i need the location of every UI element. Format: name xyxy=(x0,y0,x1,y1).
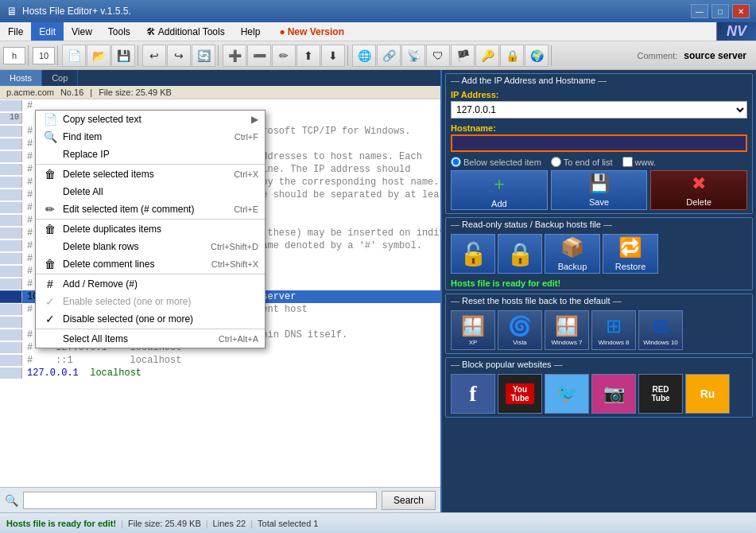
tb-open[interactable]: 📂 xyxy=(87,45,110,67)
block-redtube-button[interactable]: REDTube xyxy=(638,374,683,414)
window-controls: — □ ✕ xyxy=(691,4,750,18)
edit-status: Hosts file is ready for edit! xyxy=(446,277,752,290)
maximize-button[interactable]: □ xyxy=(711,4,729,18)
cm-sep-3 xyxy=(36,274,265,274)
file-info: p.acme.com No.16 | File size: 25.49 KB xyxy=(0,86,440,99)
tb-add[interactable]: ➕ xyxy=(223,45,246,67)
menu-new-version[interactable]: New Version xyxy=(271,22,352,41)
context-menu: 📄 Copy selected text ▶ 🔍 Find item Ctrl+… xyxy=(35,110,266,348)
cm-find-item[interactable]: 🔍 Find item Ctrl+F xyxy=(36,128,265,146)
delete-button[interactable]: ✖ Delete xyxy=(650,170,747,210)
menu-tools[interactable]: Tools xyxy=(100,22,138,41)
menu-edit[interactable]: Edit xyxy=(31,22,64,41)
tb-up[interactable]: ⬆ xyxy=(297,45,320,67)
lock-buttons: 🔓 🔒 📦 Backup 🔁 Restore xyxy=(446,231,752,277)
os-8-button[interactable]: ⊞ Windows 8 xyxy=(591,310,636,350)
hostname-input[interactable] xyxy=(451,134,747,152)
cm-enable-selected: ✓ Enable selected (one or more) xyxy=(36,293,265,310)
tb-host1[interactable]: 🌐 xyxy=(352,45,376,67)
checkbox-www[interactable]: www. xyxy=(622,157,656,167)
menu-view[interactable]: View xyxy=(64,22,100,41)
readonly-title: — Read-only status / Backup hosts file — xyxy=(446,218,752,231)
minimize-button[interactable]: — xyxy=(691,4,708,18)
block-youtube-button[interactable]: YouTube xyxy=(498,374,542,414)
cm-disable-selected[interactable]: ✓ Disable selected (one or more) xyxy=(36,310,265,328)
block-twitter-button[interactable]: 🐦 xyxy=(545,374,589,414)
menu-help[interactable]: Help xyxy=(233,22,269,41)
search-input[interactable] xyxy=(23,492,377,509)
os-xp-button[interactable]: 🪟 XP xyxy=(451,310,495,350)
disable-icon: ✓ xyxy=(42,313,58,325)
os-7-button[interactable]: 🪟 Windows 7 xyxy=(545,310,589,350)
cm-add-remove-hash[interactable]: # Add / Remove (#) xyxy=(36,275,265,293)
block-facebook-button[interactable]: f xyxy=(451,374,495,414)
backup-button[interactable]: 📦 Backup xyxy=(545,234,600,274)
tb-delete[interactable]: ➖ xyxy=(247,45,271,67)
unlock-button[interactable]: 🔓 xyxy=(451,234,495,274)
radio-below[interactable]: Below selected item xyxy=(451,157,541,167)
cm-delete-all[interactable]: Delete All xyxy=(36,183,265,200)
tb-undo[interactable]: ↩ xyxy=(142,45,166,67)
tb-down[interactable]: ⬇ xyxy=(321,45,345,67)
find-icon: 🔍 xyxy=(42,130,58,143)
tb-globe[interactable]: 🌍 xyxy=(525,45,549,67)
tb-key[interactable]: 🔑 xyxy=(475,45,499,67)
cm-select-all[interactable]: Select All Items Ctrl+Alt+A xyxy=(36,330,265,348)
search-button[interactable]: Search xyxy=(382,491,436,510)
cm-delete-blank[interactable]: Delete blank rows Ctrl+Shift+D xyxy=(36,238,265,255)
delete-comments-icon: 🗑 xyxy=(42,258,58,270)
close-button[interactable]: ✕ xyxy=(732,4,750,18)
lock-button[interactable]: 🔒 xyxy=(498,234,542,274)
save-button[interactable]: 💾 Save xyxy=(551,170,648,210)
readonly-section: — Read-only status / Backup hosts file —… xyxy=(445,217,753,290)
cm-copy-text[interactable]: 📄 Copy selected text ▶ xyxy=(36,111,265,128)
position-options: Below selected item To end of list www. xyxy=(451,157,747,167)
title-text: Hosts File Editor+ v.1.5.5. xyxy=(22,6,691,17)
logo: NV xyxy=(716,22,756,41)
tb-shield[interactable]: 🛡 xyxy=(426,45,450,67)
tb-ping[interactable]: 📡 xyxy=(401,45,425,67)
comment-bar: Comment: source server xyxy=(638,50,753,61)
status-ready-text: Hosts file is ready for edit! xyxy=(6,519,116,528)
os-10-button[interactable]: ⊞ Windows 10 xyxy=(638,310,683,350)
file-number: No.16 xyxy=(60,88,83,97)
cm-delete-comments[interactable]: 🗑 Delete comment lines Ctrl+Shift+X xyxy=(36,255,265,273)
block-title: — Block popular websites — xyxy=(446,358,752,371)
tab-cop[interactable]: Cop xyxy=(42,70,78,86)
file-size: File size: 25.49 KB xyxy=(99,88,172,97)
tb-sep-4 xyxy=(218,45,220,66)
copy-icon: 📄 xyxy=(42,113,58,126)
hostname-label: Hostname: xyxy=(451,123,747,133)
reset-title: — Reset the hosts file back to the defau… xyxy=(446,294,752,307)
os-vista-button[interactable]: 🌀 Vista xyxy=(498,310,542,350)
tb-redo[interactable]: ↪ xyxy=(167,45,191,67)
menu-file[interactable]: File xyxy=(0,22,31,41)
tab-hosts[interactable]: Hosts xyxy=(0,70,42,86)
radio-end[interactable]: To end of list xyxy=(551,157,613,167)
cm-replace-ip[interactable]: Replace IP xyxy=(36,146,265,163)
right-panel: — Add the IP Address and Hostname — IP A… xyxy=(442,70,756,512)
hash-icon: # xyxy=(42,278,58,290)
title-icon: 🖥 xyxy=(6,5,17,18)
comment-value: source server xyxy=(684,50,746,61)
tb-flag[interactable]: 🏴 xyxy=(451,45,475,67)
tb-refresh[interactable]: 🔄 xyxy=(192,45,215,67)
tb-lock[interactable]: 🔒 xyxy=(500,45,524,67)
add-button[interactable]: ＋ Add xyxy=(451,170,548,210)
cm-sep-4 xyxy=(36,329,265,329)
menu-additional-tools[interactable]: 🛠Additional Tools xyxy=(138,22,233,41)
block-ru-button[interactable]: Ru xyxy=(685,374,730,414)
cm-delete-dupes[interactable]: 🗑 Delete duplicates items xyxy=(36,220,265,238)
status-size: File size: 25.49 KB xyxy=(128,519,201,528)
tb-new[interactable]: 📄 xyxy=(62,45,86,67)
cm-delete-selected[interactable]: 🗑 Delete selected items Ctrl+X xyxy=(36,165,265,183)
cm-edit-selected[interactable]: ✏ Edit selected item (# comment) Ctrl+E xyxy=(36,200,265,218)
block-instagram-button[interactable]: 📷 xyxy=(591,374,636,414)
ip-input[interactable]: 127.0.0.1 xyxy=(451,101,747,119)
tb-save[interactable]: 💾 xyxy=(111,45,135,67)
tb-edit[interactable]: ✏ xyxy=(272,45,296,67)
block-section: — Block popular websites — f YouTube 🐦 📷… xyxy=(445,357,753,418)
main-content: Hosts Cop p.acme.com No.16 | File size: … xyxy=(0,70,756,512)
tb-host2[interactable]: 🔗 xyxy=(377,45,401,67)
restore-button[interactable]: 🔁 Restore xyxy=(603,234,658,274)
